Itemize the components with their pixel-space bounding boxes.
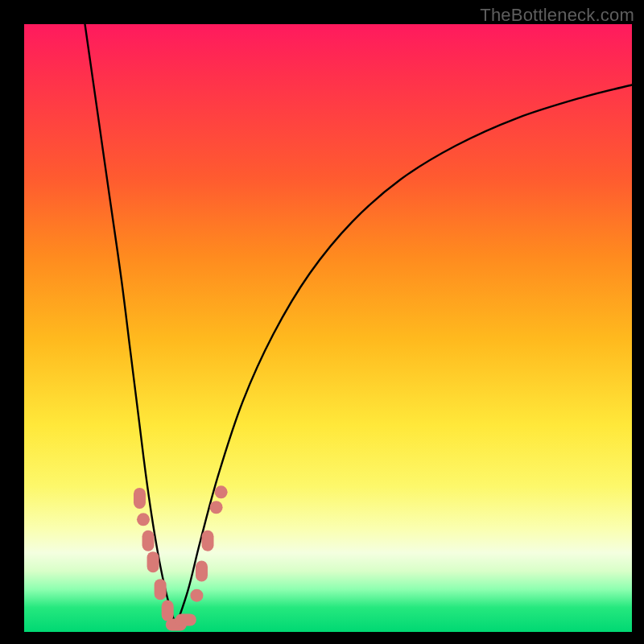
- data-marker: [215, 485, 228, 498]
- data-marker: [162, 601, 174, 621]
- plot-area: [24, 24, 632, 632]
- data-marker: [155, 579, 167, 600]
- marker-layer: [134, 485, 228, 630]
- data-marker: [190, 589, 203, 602]
- left-branch-path: [85, 24, 176, 625]
- watermark-text: TheBottleneck.com: [480, 5, 634, 26]
- chart-stage: TheBottleneck.com: [0, 0, 644, 644]
- data-marker: [147, 551, 159, 572]
- data-marker: [134, 488, 146, 509]
- data-marker: [202, 530, 214, 551]
- chart-svg: [24, 24, 632, 632]
- data-marker: [196, 561, 208, 582]
- curve-layer: [85, 24, 633, 625]
- data-marker: [142, 530, 155, 551]
- data-marker: [175, 613, 196, 625]
- data-marker: [137, 513, 150, 526]
- data-marker: [210, 501, 223, 514]
- right-branch-path: [176, 85, 632, 626]
